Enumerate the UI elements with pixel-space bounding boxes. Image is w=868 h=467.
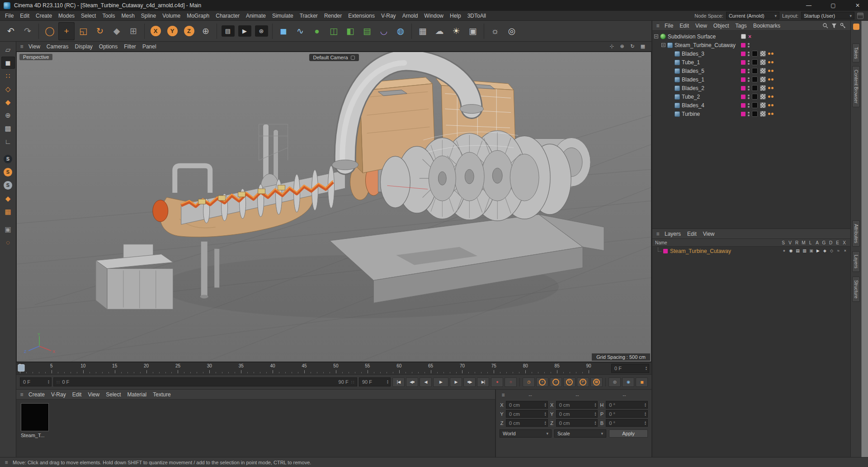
redo-button[interactable]: ↷ bbox=[19, 22, 36, 40]
layers-menu-edit[interactable]: Edit bbox=[684, 229, 700, 239]
layout-select[interactable]: Startup (User) ▾ bbox=[801, 12, 854, 19]
material-menu-create[interactable]: Create bbox=[25, 390, 48, 400]
object-row[interactable]: Blades_4 bbox=[652, 101, 850, 110]
texture-mode-button[interactable]: ▩ bbox=[1, 122, 15, 134]
hamburger-icon[interactable]: ≡ bbox=[3, 459, 10, 466]
spinner-down-icon[interactable]: ▼ bbox=[47, 382, 50, 384]
phong-tag-icon[interactable] bbox=[768, 113, 774, 115]
phong-tag-icon[interactable] bbox=[768, 87, 774, 89]
turbine-model[interactable] bbox=[96, 60, 604, 318]
material-swatch[interactable] bbox=[21, 403, 49, 431]
array-button[interactable]: ◫ bbox=[326, 22, 342, 40]
visibility-dots-icon[interactable] bbox=[748, 69, 750, 73]
coordinate-system-button[interactable]: ⊕ bbox=[198, 22, 214, 40]
layer-m-icon[interactable]: ▥ bbox=[801, 249, 808, 253]
spinner-icon[interactable]: ▲▼ bbox=[594, 421, 596, 425]
polygons-mode-button[interactable]: ◆ bbox=[1, 96, 15, 108]
menu-help[interactable]: Help bbox=[447, 11, 464, 21]
render-picture-viewer-button[interactable]: ▶ bbox=[236, 22, 253, 40]
object-row[interactable]: Blades_2 bbox=[652, 84, 850, 92]
layer-x-icon[interactable]: × bbox=[842, 249, 849, 253]
spinner-down-icon[interactable]: ▼ bbox=[594, 423, 596, 425]
menu-character[interactable]: Character bbox=[212, 11, 243, 21]
pen-tool-button[interactable]: ∿ bbox=[292, 22, 308, 40]
menu-select[interactable]: Select bbox=[78, 11, 99, 21]
panel-tab-takes[interactable]: Takes bbox=[852, 43, 860, 62]
y-axis-lock-button[interactable]: Y bbox=[164, 22, 180, 40]
object-row[interactable]: Tube_2 bbox=[652, 92, 850, 101]
floor-button[interactable]: ▦ bbox=[415, 22, 431, 40]
goto-end-button[interactable]: ▶| bbox=[477, 377, 489, 387]
visibility-dots-icon[interactable] bbox=[748, 103, 750, 108]
keyframe-time-button[interactable]: ◷ bbox=[523, 377, 535, 387]
workplane-lock-button[interactable]: ▣ bbox=[1, 223, 15, 235]
snap-settings-button[interactable]: S bbox=[1, 179, 15, 191]
spinner-icon[interactable]: ▲▼ bbox=[544, 403, 547, 407]
uvw-tag-icon[interactable] bbox=[760, 51, 766, 57]
material-tag-icon[interactable] bbox=[752, 59, 758, 65]
playhead[interactable] bbox=[18, 364, 25, 372]
object-row[interactable]: Blades_3 bbox=[652, 49, 850, 58]
deformer-button[interactable]: ◡ bbox=[376, 22, 392, 40]
fields-button[interactable]: ▤ bbox=[359, 22, 375, 40]
layer-name[interactable]: Steam_Turbine_Cutaway bbox=[670, 248, 731, 254]
model-mode-button[interactable]: ◼ bbox=[1, 57, 15, 69]
layer-color-chip[interactable] bbox=[741, 52, 745, 56]
spinner-down-icon[interactable]: ▼ bbox=[387, 382, 389, 384]
layer-color-chip[interactable] bbox=[741, 60, 745, 65]
viewport[interactable]: Perspective Default Camera Grid Spacing … bbox=[16, 52, 651, 362]
grid-snap-button[interactable]: ▦ bbox=[1, 205, 15, 218]
layer-v-icon[interactable]: ◉ bbox=[788, 249, 794, 253]
node-space-select[interactable]: Current (Arnold) ▾ bbox=[726, 12, 779, 19]
object-label[interactable]: Blades_3 bbox=[682, 51, 704, 57]
spinner-down-icon[interactable]: ▼ bbox=[645, 368, 647, 371]
panel-tab-content-browser[interactable]: Content Browser bbox=[852, 66, 860, 107]
filter-icon[interactable] bbox=[831, 23, 837, 29]
coordinate-field[interactable]: 0 cm▲▼ bbox=[506, 410, 548, 418]
object-manager-menu-view[interactable]: View bbox=[692, 21, 710, 31]
hamburger-icon[interactable]: ≡ bbox=[654, 23, 661, 29]
menu-volume[interactable]: Volume bbox=[159, 11, 184, 21]
visibility-dots-icon[interactable] bbox=[748, 43, 750, 48]
projection-label[interactable]: Perspective bbox=[19, 54, 52, 60]
layer-d-icon[interactable]: ◇ bbox=[828, 249, 835, 253]
omni-move-button[interactable]: ⊞ bbox=[125, 22, 142, 40]
minimize-button[interactable]: — bbox=[798, 0, 819, 11]
spinner-icon[interactable]: ▲▼ bbox=[594, 412, 596, 416]
layer-color-chip[interactable] bbox=[741, 95, 745, 99]
menu-file[interactable]: File bbox=[2, 11, 17, 21]
viewport-menu-view[interactable]: View bbox=[25, 42, 43, 52]
layer-color-chip[interactable] bbox=[741, 69, 745, 73]
preview-range-slider[interactable]: ∷ 0 F 90 F ∷ bbox=[53, 377, 357, 386]
environment-button[interactable]: ◎ bbox=[504, 22, 520, 40]
live-selection-tool[interactable]: ◯ bbox=[42, 22, 58, 40]
menu-3dtoall[interactable]: 3DToAll bbox=[464, 11, 489, 21]
toggle-view-icon[interactable]: ▦ bbox=[639, 43, 647, 50]
menu-v-ray[interactable]: V-Ray bbox=[378, 11, 399, 21]
material-menu-view[interactable]: View bbox=[85, 390, 103, 400]
coordinate-system-select[interactable]: World ▾ bbox=[500, 429, 552, 438]
edges-mode-button[interactable]: ◇ bbox=[1, 83, 15, 95]
add-cube-button[interactable]: ◼ bbox=[275, 22, 292, 40]
spinner-down-icon[interactable]: ▼ bbox=[544, 405, 547, 407]
subdivision-surface-button[interactable]: ● bbox=[309, 22, 325, 40]
phong-tag-icon[interactable] bbox=[768, 95, 774, 98]
key-pla-button[interactable]: ▦ bbox=[590, 377, 603, 387]
undo-button[interactable]: ↶ bbox=[3, 22, 19, 40]
uvw-tag-icon[interactable] bbox=[760, 59, 766, 65]
spinner-down-icon[interactable]: ▼ bbox=[594, 414, 596, 416]
layer-color-chip[interactable] bbox=[741, 43, 745, 48]
expander-icon[interactable]: − bbox=[654, 34, 658, 38]
key-position-button[interactable]: + bbox=[536, 377, 548, 387]
end-frame-field[interactable]: 90 F ▲▼ bbox=[359, 377, 391, 386]
phong-tag-icon[interactable] bbox=[768, 52, 774, 55]
pan-view-icon[interactable]: ⊹ bbox=[608, 43, 616, 50]
slider-grip-icon[interactable]: ∷ bbox=[351, 380, 354, 385]
next-key-button[interactable]: ●▶ bbox=[463, 377, 476, 387]
material-tag-icon[interactable] bbox=[752, 94, 758, 100]
menu-animate[interactable]: Animate bbox=[243, 11, 269, 21]
layers-menu-view[interactable]: View bbox=[700, 229, 718, 239]
expander-icon[interactable]: − bbox=[661, 43, 665, 47]
autokeying-button[interactable]: ○ bbox=[505, 377, 517, 387]
key-scale-button[interactable]: ▫ bbox=[550, 377, 562, 387]
